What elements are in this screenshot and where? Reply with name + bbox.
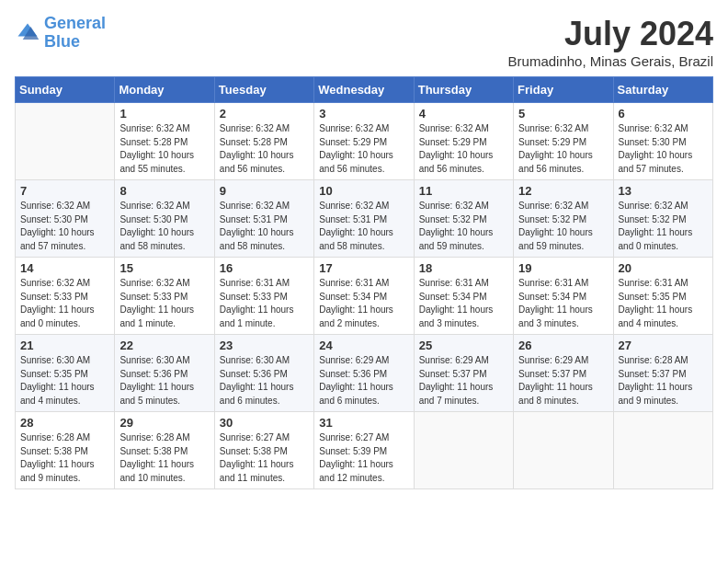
day-number: 17 (319, 261, 408, 275)
calendar-day-cell: 8Sunrise: 6:32 AM Sunset: 5:30 PM Daylig… (115, 180, 214, 258)
day-info: Sunrise: 6:32 AM Sunset: 5:32 PM Dayligh… (619, 200, 708, 253)
calendar-day-cell: 22Sunrise: 6:30 AM Sunset: 5:36 PM Dayli… (115, 335, 214, 412)
calendar-week-row: 21Sunrise: 6:30 AM Sunset: 5:35 PM Dayli… (16, 335, 713, 412)
day-info: Sunrise: 6:28 AM Sunset: 5:38 PM Dayligh… (119, 431, 209, 485)
day-number: 29 (119, 416, 209, 430)
calendar-day-cell: 5Sunrise: 6:32 AM Sunset: 5:29 PM Daylig… (514, 103, 613, 180)
calendar-day-cell (613, 412, 712, 489)
day-info: Sunrise: 6:32 AM Sunset: 5:32 PM Dayligh… (518, 200, 608, 253)
day-number: 20 (619, 261, 708, 275)
calendar-day-cell: 7Sunrise: 6:32 AM Sunset: 5:30 PM Daylig… (16, 180, 115, 258)
calendar-day-cell: 27Sunrise: 6:28 AM Sunset: 5:37 PM Dayli… (613, 335, 712, 412)
calendar-day-cell: 16Sunrise: 6:31 AM Sunset: 5:33 PM Dayli… (214, 258, 313, 335)
calendar-day-cell: 9Sunrise: 6:32 AM Sunset: 5:31 PM Daylig… (214, 180, 313, 258)
calendar-table: SundayMondayTuesdayWednesdayThursdayFrid… (15, 76, 713, 489)
weekday-header: Sunday (16, 77, 115, 103)
calendar-day-cell (414, 412, 513, 489)
day-number: 31 (319, 416, 408, 430)
day-info: Sunrise: 6:29 AM Sunset: 5:36 PM Dayligh… (319, 354, 408, 408)
calendar-day-cell: 17Sunrise: 6:31 AM Sunset: 5:34 PM Dayli… (314, 258, 414, 335)
calendar-day-cell: 3Sunrise: 6:32 AM Sunset: 5:29 PM Daylig… (314, 103, 414, 180)
day-info: Sunrise: 6:32 AM Sunset: 5:29 PM Dayligh… (419, 122, 508, 176)
day-number: 6 (619, 107, 708, 121)
weekday-header-row: SundayMondayTuesdayWednesdayThursdayFrid… (16, 77, 713, 103)
weekday-header: Wednesday (314, 77, 414, 103)
day-number: 18 (419, 261, 508, 275)
calendar-day-cell: 19Sunrise: 6:31 AM Sunset: 5:34 PM Dayli… (514, 258, 613, 335)
calendar-day-cell: 25Sunrise: 6:29 AM Sunset: 5:37 PM Dayli… (414, 335, 513, 412)
weekday-header: Thursday (414, 77, 513, 103)
day-number: 9 (220, 184, 309, 198)
day-info: Sunrise: 6:31 AM Sunset: 5:33 PM Dayligh… (220, 277, 309, 330)
day-info: Sunrise: 6:27 AM Sunset: 5:38 PM Dayligh… (220, 431, 309, 485)
calendar-day-cell: 15Sunrise: 6:32 AM Sunset: 5:33 PM Dayli… (115, 258, 214, 335)
month-title: July 2024 (508, 15, 713, 53)
day-info: Sunrise: 6:31 AM Sunset: 5:35 PM Dayligh… (619, 277, 708, 330)
day-number: 23 (220, 339, 309, 352)
calendar-week-row: 14Sunrise: 6:32 AM Sunset: 5:33 PM Dayli… (16, 258, 713, 335)
day-number: 24 (319, 339, 408, 352)
day-info: Sunrise: 6:32 AM Sunset: 5:31 PM Dayligh… (319, 200, 408, 253)
calendar-week-row: 28Sunrise: 6:28 AM Sunset: 5:38 PM Dayli… (16, 412, 713, 489)
day-info: Sunrise: 6:29 AM Sunset: 5:37 PM Dayligh… (518, 354, 608, 408)
calendar-day-cell: 1Sunrise: 6:32 AM Sunset: 5:28 PM Daylig… (115, 103, 214, 180)
day-info: Sunrise: 6:32 AM Sunset: 5:28 PM Dayligh… (220, 122, 309, 176)
day-number: 3 (319, 107, 408, 121)
location: Brumadinho, Minas Gerais, Brazil (508, 53, 713, 69)
day-number: 7 (20, 184, 109, 198)
logo-line1: General (44, 14, 106, 32)
page-header: General Blue July 2024 Brumadinho, Minas… (15, 15, 713, 69)
calendar-day-cell: 20Sunrise: 6:31 AM Sunset: 5:35 PM Dayli… (613, 258, 712, 335)
day-number: 26 (518, 339, 608, 352)
day-number: 25 (419, 339, 508, 352)
day-info: Sunrise: 6:32 AM Sunset: 5:29 PM Dayligh… (319, 122, 408, 176)
calendar-day-cell: 11Sunrise: 6:32 AM Sunset: 5:32 PM Dayli… (414, 180, 513, 258)
day-number: 13 (619, 184, 708, 198)
day-number: 30 (220, 416, 309, 430)
calendar-day-cell: 18Sunrise: 6:31 AM Sunset: 5:34 PM Dayli… (414, 258, 513, 335)
calendar-day-cell: 10Sunrise: 6:32 AM Sunset: 5:31 PM Dayli… (314, 180, 414, 258)
calendar-day-cell: 24Sunrise: 6:29 AM Sunset: 5:36 PM Dayli… (314, 335, 414, 412)
calendar-day-cell: 23Sunrise: 6:30 AM Sunset: 5:36 PM Dayli… (214, 335, 313, 412)
weekday-header: Friday (514, 77, 613, 103)
day-info: Sunrise: 6:31 AM Sunset: 5:34 PM Dayligh… (319, 277, 408, 330)
day-info: Sunrise: 6:32 AM Sunset: 5:29 PM Dayligh… (518, 122, 608, 176)
day-number: 28 (20, 416, 109, 430)
day-number: 12 (518, 184, 608, 198)
day-info: Sunrise: 6:29 AM Sunset: 5:37 PM Dayligh… (419, 354, 508, 408)
day-info: Sunrise: 6:31 AM Sunset: 5:34 PM Dayligh… (518, 277, 608, 330)
logo: General Blue (15, 15, 106, 52)
day-info: Sunrise: 6:30 AM Sunset: 5:36 PM Dayligh… (119, 354, 209, 408)
day-number: 15 (119, 261, 209, 275)
weekday-header: Tuesday (214, 77, 313, 103)
day-number: 4 (419, 107, 508, 121)
calendar-day-cell: 2Sunrise: 6:32 AM Sunset: 5:28 PM Daylig… (214, 103, 313, 180)
calendar-day-cell: 29Sunrise: 6:28 AM Sunset: 5:38 PM Dayli… (115, 412, 214, 489)
calendar-day-cell: 21Sunrise: 6:30 AM Sunset: 5:35 PM Dayli… (16, 335, 115, 412)
day-info: Sunrise: 6:32 AM Sunset: 5:31 PM Dayligh… (220, 200, 309, 253)
day-info: Sunrise: 6:32 AM Sunset: 5:33 PM Dayligh… (119, 277, 209, 330)
calendar-day-cell: 30Sunrise: 6:27 AM Sunset: 5:38 PM Dayli… (214, 412, 313, 489)
calendar-day-cell: 31Sunrise: 6:27 AM Sunset: 5:39 PM Dayli… (314, 412, 414, 489)
day-info: Sunrise: 6:28 AM Sunset: 5:38 PM Dayligh… (20, 431, 109, 485)
day-info: Sunrise: 6:28 AM Sunset: 5:37 PM Dayligh… (619, 354, 708, 408)
calendar-day-cell: 6Sunrise: 6:32 AM Sunset: 5:30 PM Daylig… (613, 103, 712, 180)
calendar-day-cell: 14Sunrise: 6:32 AM Sunset: 5:33 PM Dayli… (16, 258, 115, 335)
calendar-day-cell: 4Sunrise: 6:32 AM Sunset: 5:29 PM Daylig… (414, 103, 513, 180)
calendar-week-row: 7Sunrise: 6:32 AM Sunset: 5:30 PM Daylig… (16, 180, 713, 258)
title-block: July 2024 Brumadinho, Minas Gerais, Braz… (508, 15, 713, 69)
day-number: 21 (20, 339, 109, 352)
calendar-day-cell (514, 412, 613, 489)
day-number: 22 (119, 339, 209, 352)
calendar-day-cell: 28Sunrise: 6:28 AM Sunset: 5:38 PM Dayli… (16, 412, 115, 489)
day-info: Sunrise: 6:32 AM Sunset: 5:30 PM Dayligh… (619, 122, 708, 176)
weekday-header: Monday (115, 77, 214, 103)
logo-text: General Blue (44, 15, 106, 52)
day-info: Sunrise: 6:30 AM Sunset: 5:35 PM Dayligh… (20, 354, 109, 408)
day-info: Sunrise: 6:30 AM Sunset: 5:36 PM Dayligh… (220, 354, 309, 408)
day-number: 27 (619, 339, 708, 352)
day-info: Sunrise: 6:31 AM Sunset: 5:34 PM Dayligh… (419, 277, 508, 330)
day-number: 19 (518, 261, 608, 275)
calendar-week-row: 1Sunrise: 6:32 AM Sunset: 5:28 PM Daylig… (16, 103, 713, 180)
day-number: 11 (419, 184, 508, 198)
